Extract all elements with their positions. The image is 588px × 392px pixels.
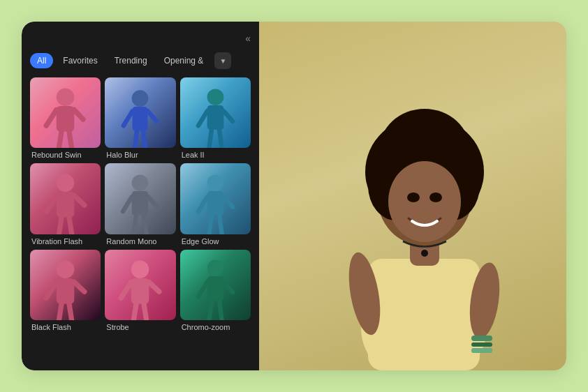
effects-grid: Rebound Swin Halo Blur Leak II Vibration… xyxy=(30,77,251,331)
svg-line-12 xyxy=(144,131,146,149)
effect-item-halo[interactable]: Halo Blur xyxy=(105,77,175,159)
svg-line-27 xyxy=(123,197,132,212)
effect-item-strobe[interactable]: Strobe xyxy=(105,250,175,331)
svg-line-51 xyxy=(198,282,207,296)
svg-line-30 xyxy=(144,216,147,234)
svg-line-35 xyxy=(209,216,212,234)
effect-thumbnail-random xyxy=(105,163,175,234)
effect-label-strobe: Strobe xyxy=(105,323,175,331)
effect-thumbnail-strobe xyxy=(105,250,175,320)
effect-label-random: Random Mono xyxy=(105,237,175,246)
svg-line-22 xyxy=(74,196,84,206)
svg-line-4 xyxy=(59,132,62,149)
effect-thumbnail-leak xyxy=(180,77,251,148)
main-card: « AllFavoritesTrendingOpening &▼ Rebound… xyxy=(22,22,566,370)
filter-tab-all[interactable]: All xyxy=(30,53,53,68)
effect-item-random[interactable]: Random Mono xyxy=(105,163,175,245)
svg-line-41 xyxy=(59,303,62,320)
effect-label-leak: Leak II xyxy=(180,151,251,159)
svg-line-36 xyxy=(219,216,222,234)
svg-point-37 xyxy=(57,260,75,278)
effect-label-vibration: Vibration Flash xyxy=(30,237,101,246)
svg-rect-14 xyxy=(207,105,223,130)
svg-rect-26 xyxy=(132,192,149,216)
svg-rect-38 xyxy=(57,278,75,303)
svg-point-19 xyxy=(57,174,75,193)
svg-point-65 xyxy=(429,193,442,202)
photo-panel xyxy=(259,22,566,370)
svg-rect-56 xyxy=(368,259,480,370)
woman-portrait xyxy=(312,36,536,370)
collapse-button[interactable]: « xyxy=(245,33,251,44)
effect-item-leak[interactable]: Leak II xyxy=(180,77,251,159)
effect-thumbnail-halo xyxy=(105,77,175,148)
svg-rect-50 xyxy=(207,276,223,301)
svg-point-49 xyxy=(207,259,223,276)
svg-line-52 xyxy=(223,282,233,292)
svg-line-45 xyxy=(122,282,132,298)
svg-line-24 xyxy=(69,218,72,234)
svg-line-40 xyxy=(74,282,84,292)
svg-point-0 xyxy=(57,89,75,107)
effect-item-edge[interactable]: Edge Glow xyxy=(180,163,251,245)
svg-line-21 xyxy=(46,196,57,212)
svg-line-2 xyxy=(46,110,57,126)
svg-rect-69 xyxy=(471,336,492,341)
svg-point-7 xyxy=(132,90,149,107)
svg-rect-71 xyxy=(471,348,492,353)
svg-line-46 xyxy=(149,282,160,292)
svg-rect-70 xyxy=(471,342,492,347)
svg-line-34 xyxy=(223,197,233,208)
effect-item-blackflash[interactable]: Black Flash xyxy=(30,250,101,331)
effect-label-rebound: Rebound Swin xyxy=(30,151,101,159)
svg-point-66 xyxy=(421,250,428,257)
effect-label-halo: Halo Blur xyxy=(105,151,175,159)
effect-thumbnail-vibration xyxy=(30,163,101,234)
svg-line-23 xyxy=(59,218,62,234)
filter-tab-opening-&[interactable]: Opening & xyxy=(157,53,211,68)
svg-line-53 xyxy=(209,301,212,320)
effect-thumbnail-chromo xyxy=(180,250,251,320)
svg-line-28 xyxy=(149,197,158,208)
svg-point-43 xyxy=(131,260,149,278)
svg-rect-8 xyxy=(133,107,148,131)
svg-line-54 xyxy=(219,301,222,320)
svg-line-18 xyxy=(219,130,222,148)
svg-point-25 xyxy=(132,175,149,192)
effect-item-vibration[interactable]: Vibration Flash xyxy=(30,163,101,245)
svg-line-11 xyxy=(135,131,138,149)
svg-line-10 xyxy=(148,111,157,121)
svg-rect-20 xyxy=(57,192,75,217)
svg-point-31 xyxy=(207,175,223,192)
svg-line-5 xyxy=(69,132,72,149)
svg-line-42 xyxy=(69,303,72,320)
filter-row: AllFavoritesTrendingOpening &▼ xyxy=(30,52,251,69)
svg-line-17 xyxy=(209,130,212,148)
effects-panel: « AllFavoritesTrendingOpening &▼ Rebound… xyxy=(22,22,259,370)
effect-thumbnail-blackflash xyxy=(30,250,101,320)
svg-line-3 xyxy=(74,110,83,120)
svg-line-48 xyxy=(144,303,147,320)
filter-tab-favorites[interactable]: Favorites xyxy=(56,53,104,68)
svg-point-64 xyxy=(407,193,420,202)
svg-rect-44 xyxy=(131,278,149,303)
svg-point-63 xyxy=(388,161,461,242)
effect-thumbnail-edge xyxy=(180,163,251,234)
svg-line-39 xyxy=(46,282,57,298)
svg-line-15 xyxy=(198,111,207,126)
svg-line-29 xyxy=(134,216,137,234)
svg-line-16 xyxy=(223,111,233,121)
filter-tab-trending[interactable]: Trending xyxy=(108,53,154,68)
svg-line-47 xyxy=(134,303,137,320)
effect-label-edge: Edge Glow xyxy=(180,237,251,246)
svg-point-13 xyxy=(207,89,223,106)
panel-header: « xyxy=(30,33,251,44)
effect-item-chromo[interactable]: Chromo-zoom xyxy=(180,250,251,331)
effect-label-blackflash: Black Flash xyxy=(30,323,101,331)
filter-dropdown[interactable]: ▼ xyxy=(214,52,231,69)
effect-label-chromo: Chromo-zoom xyxy=(180,323,251,331)
svg-rect-32 xyxy=(207,192,223,216)
effect-thumbnail-rebound xyxy=(30,77,101,148)
effect-item-rebound[interactable]: Rebound Swin xyxy=(30,77,101,159)
svg-line-33 xyxy=(198,197,207,212)
